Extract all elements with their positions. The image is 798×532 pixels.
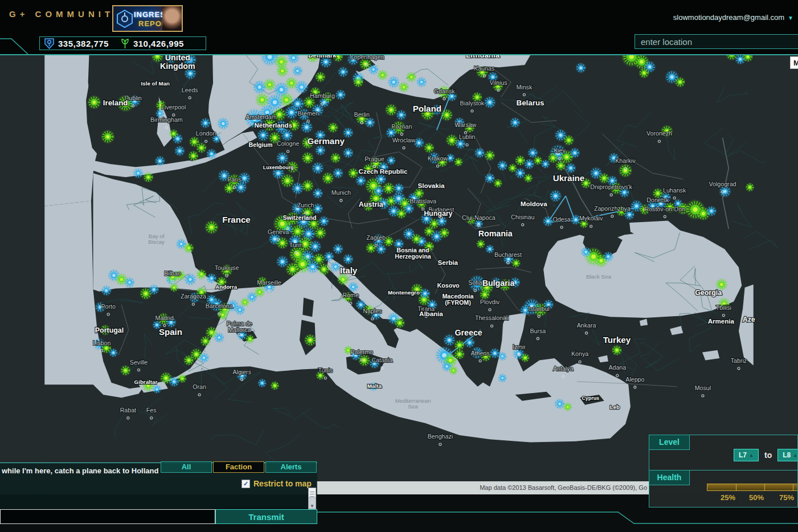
- portal-cluster[interactable]: [550, 190, 562, 202]
- portal-cluster[interactable]: [485, 173, 496, 184]
- portal-cluster[interactable]: [312, 162, 324, 174]
- portal-cluster[interactable]: [395, 318, 406, 329]
- portal-cluster[interactable]: [619, 164, 632, 178]
- portal-cluster[interactable]: [387, 156, 396, 165]
- portal-cluster[interactable]: [196, 142, 207, 153]
- portal-cluster[interactable]: [420, 288, 431, 299]
- map-type-button[interactable]: M: [790, 56, 798, 69]
- portal-cluster[interactable]: [214, 332, 224, 343]
- comm-scrollbar[interactable]: ▼: [308, 488, 316, 509]
- map-viewport[interactable]: Bay ofBiscayBlack SeaMediterraneanSeaCop…: [0, 55, 798, 494]
- portal-cluster[interactable]: [399, 82, 410, 93]
- location-search-input[interactable]: [635, 34, 798, 49]
- portal-cluster[interactable]: [388, 76, 400, 88]
- portal-cluster[interactable]: [324, 251, 334, 262]
- portal-cluster[interactable]: [385, 104, 397, 116]
- portal-cluster[interactable]: [416, 77, 427, 88]
- portal-cluster[interactable]: [204, 220, 218, 234]
- portal-cluster[interactable]: [510, 117, 521, 128]
- portal-cluster[interactable]: [706, 206, 717, 216]
- portal-cluster[interactable]: [493, 179, 502, 188]
- portal-cluster[interactable]: [270, 381, 279, 390]
- portal-cluster[interactable]: [306, 260, 320, 273]
- portal-cluster[interactable]: [639, 68, 650, 79]
- health-slider[interactable]: [707, 484, 798, 491]
- portal-cluster[interactable]: [257, 379, 267, 388]
- portal-cluster[interactable]: [200, 336, 211, 347]
- portal-cluster[interactable]: [101, 285, 112, 296]
- portal-cluster[interactable]: [330, 153, 341, 163]
- portal-cluster[interactable]: [377, 69, 388, 80]
- portal-cluster[interactable]: [498, 374, 507, 383]
- portal-cluster[interactable]: [566, 163, 576, 174]
- portal-cluster[interactable]: [109, 348, 118, 357]
- portal-cluster[interactable]: [322, 172, 334, 184]
- portal-cluster[interactable]: [183, 243, 194, 253]
- portal-cluster[interactable]: [358, 354, 370, 366]
- portal-cluster[interactable]: [403, 203, 414, 214]
- portal-cluster[interactable]: [353, 77, 364, 88]
- portal-cluster[interactable]: [464, 337, 475, 348]
- portal-cluster[interactable]: [170, 283, 179, 292]
- portal-cluster[interactable]: [302, 152, 314, 164]
- portal-cluster[interactable]: [318, 263, 330, 275]
- portal-cluster[interactable]: [406, 72, 417, 83]
- portal-cluster[interactable]: [454, 349, 465, 360]
- portal-cluster[interactable]: [485, 150, 496, 161]
- portal-cluster[interactable]: [414, 188, 424, 199]
- portal-cluster[interactable]: [292, 66, 303, 76]
- chat-input[interactable]: [0, 509, 215, 524]
- portal-cluster[interactable]: [333, 244, 343, 255]
- portal-cluster[interactable]: [484, 96, 496, 108]
- portal-cluster[interactable]: [368, 64, 379, 75]
- portal-cluster[interactable]: [603, 251, 613, 262]
- portal-cluster[interactable]: [454, 340, 465, 351]
- scrollbar-down-arrow-icon[interactable]: ▼: [309, 504, 316, 509]
- portal-cluster[interactable]: [101, 130, 114, 144]
- portal-cluster[interactable]: [543, 216, 554, 227]
- portal-cluster[interactable]: [281, 129, 293, 141]
- portal-cluster[interactable]: [133, 168, 144, 179]
- portal-cluster[interactable]: [199, 353, 210, 363]
- portal-cluster[interactable]: [276, 65, 288, 77]
- portal-cluster[interactable]: [338, 67, 349, 77]
- portal-cluster[interactable]: [441, 109, 453, 121]
- portal-cluster[interactable]: [497, 160, 508, 171]
- portal-cluster[interactable]: [315, 145, 326, 156]
- portal-cluster[interactable]: [87, 96, 101, 109]
- portal-cluster[interactable]: [366, 243, 377, 253]
- portal-cluster[interactable]: [335, 89, 346, 100]
- portal-cluster[interactable]: [396, 109, 407, 120]
- portal-cluster[interactable]: [563, 402, 572, 411]
- level-from-dropdown[interactable]: L7▲: [734, 449, 759, 461]
- portal-cluster[interactable]: [575, 63, 586, 73]
- portal-cluster[interactable]: [580, 247, 591, 257]
- portal-cluster[interactable]: [563, 135, 574, 146]
- portal-cluster[interactable]: [224, 183, 235, 194]
- comm-tab-faction[interactable]: Faction: [213, 461, 264, 473]
- portal-cluster[interactable]: [245, 334, 255, 343]
- portal-cluster[interactable]: [498, 352, 507, 361]
- portal-cluster[interactable]: [178, 374, 187, 383]
- portal-cluster[interactable]: [206, 149, 217, 159]
- portal-cluster[interactable]: [235, 181, 247, 193]
- portal-cluster[interactable]: [365, 117, 375, 128]
- portal-cluster[interactable]: [523, 174, 533, 183]
- portal-cluster[interactable]: [548, 153, 559, 163]
- portal-cluster[interactable]: [188, 150, 199, 161]
- portal-cluster[interactable]: [196, 269, 207, 280]
- portal-cluster[interactable]: [612, 345, 623, 356]
- portal-cluster[interactable]: [313, 188, 324, 199]
- portal-cluster[interactable]: [343, 148, 354, 158]
- scrollbar-thumb[interactable]: [309, 488, 316, 498]
- portal-cluster[interactable]: [174, 146, 185, 157]
- portal-cluster[interactable]: [257, 129, 269, 141]
- portal-cluster[interactable]: [524, 159, 535, 170]
- portal-cluster[interactable]: [149, 284, 159, 295]
- account-menu[interactable]: slowmotiondaydream@gmail.com▼: [673, 13, 793, 22]
- portal-cluster[interactable]: [383, 182, 395, 194]
- comm-tab-alerts[interactable]: Alerts: [265, 461, 317, 473]
- restrict-checkbox[interactable]: ✓: [242, 480, 250, 488]
- gplus-community-link[interactable]: G+ COMMUNITY: [9, 9, 124, 19]
- portal-cluster[interactable]: [411, 234, 422, 244]
